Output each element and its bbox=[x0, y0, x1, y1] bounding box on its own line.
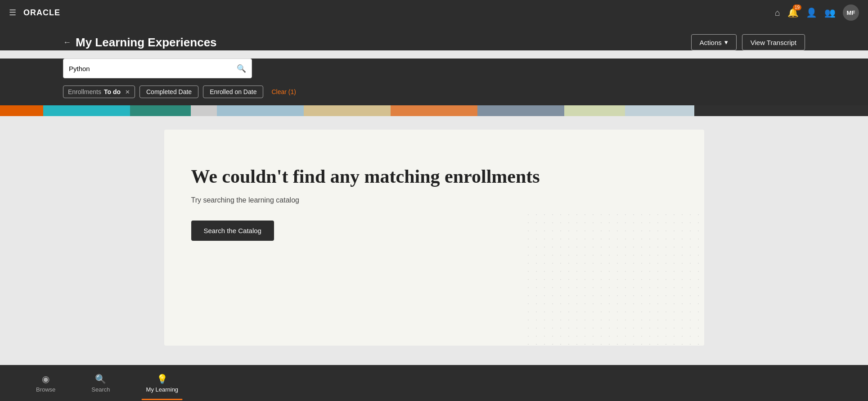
search-bar: 🔍 bbox=[63, 59, 252, 78]
filter-bar: Enrollments To do ✕ Completed Date Enrol… bbox=[0, 86, 868, 105]
user-icon[interactable]: 👤 bbox=[806, 7, 817, 18]
home-icon[interactable]: ⌂ bbox=[775, 8, 780, 18]
page-header: ← My Learning Experiences Actions ▾ View… bbox=[0, 25, 868, 50]
search-icon[interactable]: 🔍 bbox=[237, 64, 246, 73]
notification-badge: 19 bbox=[793, 5, 801, 10]
view-transcript-button[interactable]: View Transcript bbox=[742, 34, 805, 50]
chevron-down-icon: ▾ bbox=[724, 38, 728, 46]
search-bar-container: 🔍 bbox=[0, 59, 868, 86]
bottom-nav-search[interactable]: 🔍 Search bbox=[73, 370, 128, 396]
my-learning-label: My Learning bbox=[146, 386, 179, 393]
bottom-nav-my-learning[interactable]: 💡 My Learning bbox=[128, 370, 197, 396]
search-input[interactable] bbox=[69, 65, 237, 72]
enrolled-on-date-filter[interactable]: Enrolled on Date bbox=[203, 86, 263, 98]
chip-close-icon[interactable]: ✕ bbox=[125, 89, 130, 95]
search-catalog-button[interactable]: Search the Catalog bbox=[191, 221, 274, 241]
bottom-navigation: ◉ Browse 🔍 Search 💡 My Learning bbox=[0, 365, 868, 401]
empty-state-title: We couldn't find any matching enrollment… bbox=[191, 166, 677, 187]
enrollment-filter-chip[interactable]: Enrollments To do ✕ bbox=[63, 86, 135, 98]
chip-value: To do bbox=[104, 88, 121, 95]
page-title: My Learning Experiences bbox=[76, 36, 217, 50]
bottom-nav-browse[interactable]: ◉ Browse bbox=[18, 370, 73, 396]
actions-button[interactable]: Actions ▾ bbox=[691, 34, 737, 50]
banner-strip bbox=[0, 105, 868, 116]
chip-label: Enrollments bbox=[68, 88, 101, 95]
main-content: We couldn't find any matching enrollment… bbox=[0, 116, 868, 359]
notification-icon[interactable]: 🔔 19 bbox=[787, 7, 799, 18]
my-learning-icon: 💡 bbox=[157, 374, 168, 384]
browse-label: Browse bbox=[36, 386, 55, 393]
completed-date-filter[interactable]: Completed Date bbox=[139, 86, 198, 98]
empty-state-subtitle: Try searching the learning catalog bbox=[191, 196, 677, 204]
search-bottom-icon: 🔍 bbox=[95, 374, 106, 384]
browse-icon: ◉ bbox=[42, 374, 49, 384]
back-button[interactable]: ← bbox=[63, 38, 71, 47]
top-navigation: ☰ ORACLE ⌂ 🔔 19 👤 👥 MF bbox=[0, 0, 868, 25]
oracle-logo: ORACLE bbox=[23, 8, 60, 18]
clear-filters-button[interactable]: Clear (1) bbox=[268, 86, 299, 98]
avatar[interactable]: MF bbox=[843, 5, 859, 21]
content-card: We couldn't find any matching enrollment… bbox=[164, 130, 704, 346]
hamburger-icon[interactable]: ☰ bbox=[9, 8, 16, 18]
search-label: Search bbox=[91, 386, 110, 393]
user-alt-icon[interactable]: 👥 bbox=[824, 7, 836, 18]
